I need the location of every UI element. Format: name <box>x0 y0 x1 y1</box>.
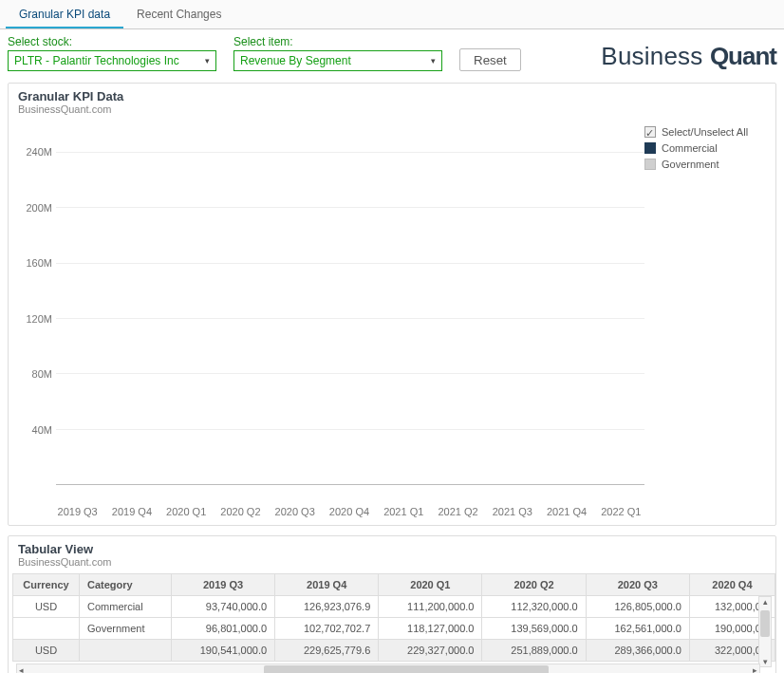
scroll-up-icon: ▴ <box>761 597 770 607</box>
tab-strip: Granular KPI data Recent Changes <box>0 0 784 29</box>
logo-part2: Quant <box>710 42 776 71</box>
th-col1[interactable]: 2019 Q4 <box>275 574 379 596</box>
cell-value: 126,805,000.0 <box>586 596 689 618</box>
x-tick-label: 2020 Q3 <box>275 506 315 517</box>
chevron-down-icon: ▾ <box>205 56 210 65</box>
tabular-title: Tabular View <box>18 542 766 556</box>
chart-title: Granular KPI Data <box>18 89 766 103</box>
legend-label-all: Select/Unselect All <box>662 126 748 138</box>
x-tick-label: 2020 Q1 <box>166 506 206 517</box>
cell-value: 93,740,000.0 <box>171 596 274 618</box>
tabular-subtitle: BusinessQuant.com <box>18 556 766 568</box>
tab-granular-kpi[interactable]: Granular KPI data <box>6 0 123 28</box>
th-col0[interactable]: 2019 Q3 <box>171 574 274 596</box>
grid-line <box>56 152 644 153</box>
x-tick-label: 2022 Q1 <box>601 506 641 517</box>
stock-select[interactable]: PLTR - Palantir Technologies Inc ▾ <box>8 50 216 71</box>
scroll-right-icon: ▸ <box>751 665 759 673</box>
th-col3[interactable]: 2020 Q2 <box>482 574 586 596</box>
y-tick-label: 40M <box>32 424 52 436</box>
cell-value: 112,320,000.0 <box>482 596 586 618</box>
legend-label-commercial: Commercial <box>662 142 718 154</box>
cell-value: 229,327,000.0 <box>379 640 482 662</box>
stock-label: Select stock: <box>8 35 216 48</box>
cell-value: 229,625,779.6 <box>275 640 379 662</box>
grid-line <box>56 429 644 430</box>
cell-value: 96,801,000.0 <box>171 618 274 640</box>
th-currency[interactable]: Currency <box>13 574 80 596</box>
stock-group: Select stock: PLTR - Palantir Technologi… <box>8 35 216 71</box>
y-tick-label: 240M <box>26 146 52 158</box>
chart-panel-header: Granular KPI Data BusinessQuant.com <box>9 84 775 117</box>
item-select[interactable]: Revenue By Segment ▾ <box>233 50 442 71</box>
chart-subtitle: BusinessQuant.com <box>18 103 766 115</box>
grid-line <box>56 263 644 264</box>
th-col4[interactable]: 2020 Q3 <box>586 574 689 596</box>
y-tick-label: 160M <box>26 257 52 269</box>
x-tick-label: 2020 Q2 <box>220 506 260 517</box>
th-col2[interactable]: 2020 Q1 <box>379 574 482 596</box>
tab-recent-changes[interactable]: Recent Changes <box>123 0 234 28</box>
legend-swatch-government <box>644 159 656 170</box>
legend-swatch-commercial <box>644 142 656 154</box>
y-tick-label: 120M <box>26 313 52 325</box>
horizontal-scrollbar-thumb[interactable] <box>264 665 549 673</box>
checkbox-icon: ✓ <box>644 126 656 138</box>
x-axis-labels: 2019 Q32019 Q42020 Q12020 Q22020 Q32020 … <box>47 500 652 517</box>
item-select-value: Revenue By Segment <box>240 54 351 67</box>
th-category[interactable]: Category <box>80 574 172 596</box>
x-tick-label: 2019 Q4 <box>112 506 152 517</box>
chart-plot[interactable] <box>56 124 644 485</box>
bars-group <box>56 124 644 484</box>
table-total-row[interactable]: USD190,541,000.0229,625,779.6229,327,000… <box>13 640 775 662</box>
cell-category: Commercial <box>80 596 172 618</box>
table-wrap: Currency Category 2019 Q3 2019 Q4 2020 Q… <box>9 570 775 673</box>
controls-bar: Select stock: PLTR - Palantir Technologi… <box>0 29 784 79</box>
legend-government[interactable]: Government <box>644 159 768 170</box>
logo-part1: Business <box>601 42 702 71</box>
cell-value: 190,541,000.0 <box>171 640 274 662</box>
legend-label-government: Government <box>662 159 719 170</box>
y-tick-label: 200M <box>26 202 52 214</box>
grid-line <box>56 373 644 374</box>
x-tick-label: 2021 Q4 <box>547 506 587 517</box>
chart-area: 40M80M120M160M200M240M ✓ Select/Unselect… <box>9 117 775 500</box>
brand-logo: Business Quant <box>601 42 776 71</box>
vertical-scrollbar[interactable]: ▴ ▾ <box>758 596 772 667</box>
cell-value: 126,923,076.9 <box>275 596 379 618</box>
tabular-panel-header: Tabular View BusinessQuant.com <box>9 536 775 570</box>
cell-category <box>80 640 172 662</box>
legend-select-all[interactable]: ✓ Select/Unselect All <box>644 126 768 138</box>
table-header-row: Currency Category 2019 Q3 2019 Q4 2020 Q… <box>13 574 775 596</box>
table-row[interactable]: USDCommercial93,740,000.0126,923,076.911… <box>13 596 775 618</box>
cell-currency: USD <box>13 596 80 618</box>
cell-currency <box>13 618 80 640</box>
grid-line <box>56 207 644 208</box>
grid-line <box>56 318 644 319</box>
cell-value: 102,702,702.7 <box>275 618 379 640</box>
x-tick-label: 2020 Q4 <box>329 506 369 517</box>
stock-select-value: PLTR - Palantir Technologies Inc <box>14 54 179 67</box>
x-tick-label: 2021 Q1 <box>383 506 423 517</box>
y-tick-label: 80M <box>32 368 52 380</box>
data-table: Currency Category 2019 Q3 2019 Q4 2020 Q… <box>12 573 775 662</box>
vertical-scrollbar-thumb[interactable] <box>760 610 770 637</box>
cell-category: Government <box>80 618 172 640</box>
cell-value: 139,569,000.0 <box>482 618 586 640</box>
cell-value: 111,200,000.0 <box>379 596 482 618</box>
cell-currency: USD <box>13 640 80 662</box>
x-tick-label: 2021 Q2 <box>438 506 477 517</box>
th-col5[interactable]: 2020 Q4 <box>689 574 775 596</box>
tabular-panel: Tabular View BusinessQuant.com Currency … <box>8 535 776 673</box>
item-group: Select item: Revenue By Segment ▾ <box>233 35 442 71</box>
scroll-left-icon: ◂ <box>17 665 26 673</box>
x-tick-label: 2021 Q3 <box>493 506 532 517</box>
reset-button[interactable]: Reset <box>459 48 521 71</box>
y-axis: 40M80M120M160M200M240M <box>18 124 56 485</box>
horizontal-scrollbar[interactable]: ◂ ▸ <box>16 664 760 673</box>
legend-commercial[interactable]: Commercial <box>644 142 768 154</box>
cell-value: 251,889,000.0 <box>482 640 586 662</box>
table-row[interactable]: Government96,801,000.0102,702,702.7118,1… <box>13 618 775 640</box>
chart-panel: Granular KPI Data BusinessQuant.com 40M8… <box>8 83 776 526</box>
item-label: Select item: <box>233 35 442 48</box>
